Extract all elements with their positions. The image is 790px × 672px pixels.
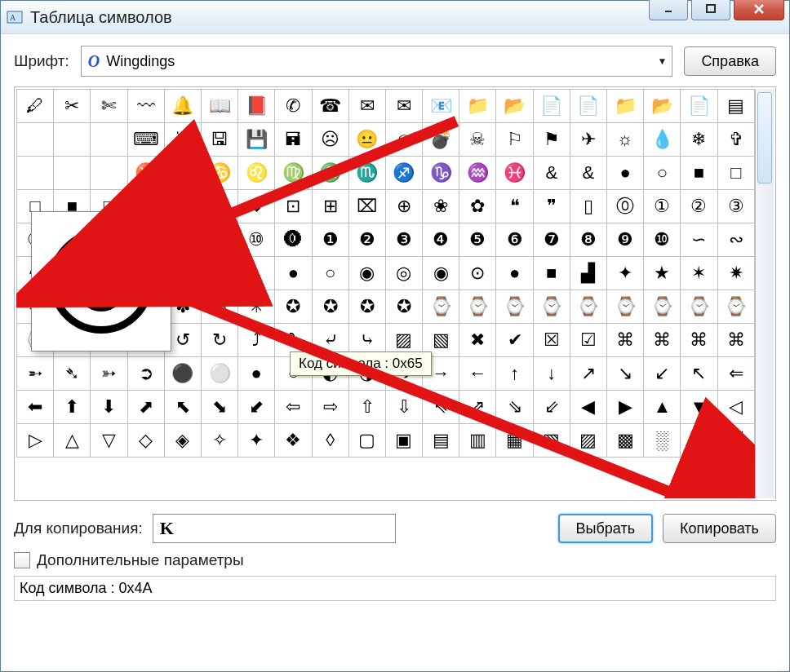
char-cell[interactable]: ❺ [459, 223, 496, 257]
char-cell[interactable]: ⑨ [201, 223, 237, 257]
char-cell[interactable]: ⌚ [533, 290, 570, 324]
advanced-checkbox[interactable] [14, 552, 30, 568]
char-cell[interactable]: ◁ [717, 391, 754, 424]
char-cell[interactable]: ✿ [459, 190, 496, 223]
char-cell[interactable]: ⌘ [681, 324, 717, 357]
char-cell[interactable]: ✂ [54, 90, 91, 123]
char-cell[interactable]: ⌘ [717, 324, 754, 357]
char-cell[interactable]: 📖 [201, 90, 237, 123]
char-cell[interactable]: & [533, 157, 570, 190]
char-cell[interactable]: ❶ [312, 223, 348, 257]
char-cell[interactable]: ● [238, 357, 275, 391]
char-cell[interactable]: ○ [312, 257, 348, 290]
char-cell[interactable]: □ [717, 157, 754, 190]
char-cell[interactable]: ⌚ [644, 290, 681, 324]
char-cell[interactable]: ① [644, 190, 681, 223]
char-cell[interactable]: ⚪ [201, 357, 237, 391]
char-cell[interactable]: ⌚ [496, 290, 533, 324]
char-cell[interactable]: ⇐ [717, 357, 754, 391]
copy-input[interactable] [153, 514, 396, 543]
char-cell[interactable]: ◎ [385, 257, 422, 290]
char-cell[interactable]: ⌘ [607, 324, 644, 357]
char-cell[interactable] [91, 157, 127, 190]
char-cell[interactable]: ▷ [17, 424, 54, 458]
char-cell[interactable]: ■ [533, 257, 570, 290]
char-cell[interactable]: ✾ [201, 290, 237, 324]
char-cell[interactable]: ⇘ [496, 391, 533, 424]
char-cell[interactable]: ✦ [238, 424, 275, 458]
char-cell[interactable] [17, 123, 54, 157]
char-cell[interactable]: ▢ [348, 424, 385, 458]
char-cell[interactable]: ❿ [644, 223, 681, 257]
char-cell[interactable]: ⇦ [275, 391, 312, 424]
char-cell[interactable]: ❾ [607, 223, 644, 257]
char-cell[interactable]: ✆ [275, 90, 312, 123]
char-cell[interactable]: ▣ [385, 424, 422, 458]
char-cell[interactable]: ▦ [496, 424, 533, 458]
char-cell[interactable]: ✳ [238, 290, 275, 324]
char-cell[interactable]: ▓ [717, 424, 754, 458]
font-dropdown[interactable]: O Wingdings ▼ [81, 46, 673, 77]
char-cell[interactable]: ▯ [570, 190, 606, 223]
close-button[interactable] [734, 0, 784, 20]
char-cell[interactable]: ▤ [423, 424, 459, 458]
char-cell[interactable]: ▒ [681, 424, 717, 458]
char-cell[interactable]: ■ [681, 157, 717, 190]
char-cell[interactable]: 📂 [644, 90, 681, 123]
char-cell[interactable]: ⇩ [385, 391, 422, 424]
char-cell[interactable]: ✉ [348, 90, 385, 123]
char-cell[interactable]: ▨ [570, 424, 606, 458]
char-cell[interactable]: ♓ [496, 157, 533, 190]
char-cell[interactable] [91, 123, 127, 157]
char-cell[interactable]: ⬉ [164, 391, 201, 424]
vertical-scrollbar[interactable] [755, 89, 774, 498]
char-cell[interactable]: ↑ [496, 357, 533, 391]
char-cell[interactable]: ♉ [127, 157, 164, 190]
char-cell[interactable]: ✪ [385, 290, 422, 324]
char-cell[interactable]: ● [275, 257, 312, 290]
char-cell[interactable]: ❹ [423, 223, 459, 257]
char-cell[interactable]: ☺ [385, 123, 422, 157]
char-cell[interactable]: ⌨ [127, 123, 164, 157]
char-cell[interactable]: ↓ [533, 357, 570, 391]
char-cell[interactable]: ❝ [496, 190, 533, 223]
char-cell[interactable]: ⌚ [459, 290, 496, 324]
char-cell[interactable]: ② [681, 190, 717, 223]
char-cell[interactable]: ♑ [423, 157, 459, 190]
char-cell[interactable]: ∾ [717, 223, 754, 257]
char-cell[interactable]: ⇖ [423, 391, 459, 424]
char-cell[interactable]: ⌧ [348, 190, 385, 223]
char-cell[interactable]: ↻ [201, 324, 237, 357]
char-cell[interactable]: 💧 [644, 123, 681, 157]
char-cell[interactable]: ⬊ [201, 391, 237, 424]
char-cell[interactable] [54, 157, 91, 190]
char-cell[interactable]: ◉ [348, 257, 385, 290]
char-cell[interactable]: ▤ [717, 90, 754, 123]
char-cell[interactable]: ⬈ [127, 391, 164, 424]
char-cell[interactable]: ➲ [127, 357, 164, 391]
char-cell[interactable]: ❷ [348, 223, 385, 257]
char-cell[interactable]: ✈ [570, 123, 606, 157]
char-cell[interactable] [54, 123, 91, 157]
char-cell[interactable]: ➴ [54, 357, 91, 391]
char-cell[interactable]: & [570, 157, 606, 190]
char-cell[interactable]: ❻ [496, 223, 533, 257]
char-cell[interactable]: ✄ [91, 90, 127, 123]
char-cell[interactable]: ● [607, 157, 644, 190]
char-cell[interactable]: ▥ [459, 424, 496, 458]
char-cell[interactable]: ❀ [423, 190, 459, 223]
char-cell[interactable]: 📄 [570, 90, 606, 123]
char-cell[interactable]: ⬇ [91, 391, 127, 424]
char-cell[interactable]: ☑ [570, 324, 606, 357]
char-cell[interactable]: ∽ [681, 223, 717, 257]
titlebar[interactable]: A Таблица символов [1, 1, 789, 34]
char-cell[interactable]: ⇙ [533, 391, 570, 424]
char-cell[interactable]: ↖ [681, 357, 717, 391]
char-cell[interactable]: 📂 [496, 90, 533, 123]
char-cell[interactable]: ☠ [459, 123, 496, 157]
char-cell[interactable]: ▼ [681, 391, 717, 424]
char-cell[interactable]: ➳ [91, 357, 127, 391]
char-cell[interactable]: ⤴ [238, 324, 275, 357]
char-cell[interactable]: ◉ [423, 257, 459, 290]
char-cell[interactable]: 📧 [423, 90, 459, 123]
